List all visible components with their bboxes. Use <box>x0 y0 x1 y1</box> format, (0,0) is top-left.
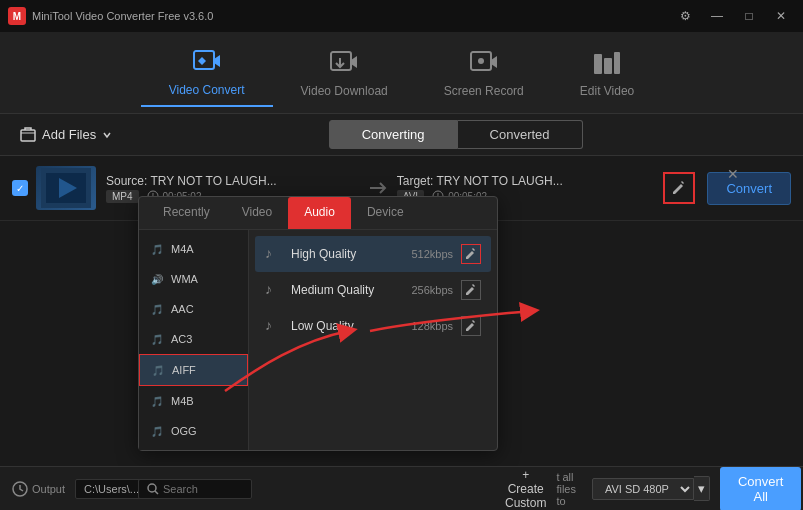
dropdown-tab-device[interactable]: Device <box>351 197 420 229</box>
nav-edit-video[interactable]: Edit Video <box>552 40 663 106</box>
clock-bottom-icon <box>12 481 28 497</box>
nav-video-download[interactable]: Video Download <box>273 40 416 106</box>
top-nav: Video Convert Video Download Screen Reco… <box>0 32 803 114</box>
target-format-dropdown-button[interactable]: ▾ <box>694 476 710 501</box>
file-target-label: Target: TRY NOT TO LAUGH... <box>397 174 652 188</box>
bottom-bar: Output + Create Custom t all files to AV… <box>0 466 803 510</box>
nav-screen-record-label: Screen Record <box>444 84 524 98</box>
add-files-button[interactable]: Add Files <box>12 123 120 147</box>
quality-high-icon: ♪ <box>265 245 283 263</box>
format-item-aiff[interactable]: 🎵 AIFF <box>139 354 248 386</box>
quality-medium-bitrate: 256kbps <box>411 284 453 296</box>
svg-rect-5 <box>604 58 612 74</box>
edit-icon-2 <box>465 284 477 296</box>
nav-video-convert-label: Video Convert <box>169 83 245 97</box>
edit-icon <box>465 248 477 260</box>
m4a-icon: 🎵 <box>149 241 165 257</box>
convert-all-button[interactable]: Convert All <box>720 467 802 511</box>
format-item-ac3[interactable]: 🎵 AC3 <box>139 324 248 354</box>
wma-icon: 🔊 <box>149 271 165 287</box>
nav-video-convert[interactable]: Video Convert <box>141 39 273 107</box>
nav-video-download-label: Video Download <box>301 84 388 98</box>
search-input[interactable] <box>163 483 243 495</box>
svg-rect-6 <box>614 52 620 74</box>
format-sidebar: 🎵 M4A 🔊 WMA 🎵 AAC 🎵 AC3 🎵 AIFF <box>139 230 249 450</box>
tab-group: Converting Converted <box>329 120 583 149</box>
dropdown-content: 🎵 M4A 🔊 WMA 🎵 AAC 🎵 AC3 🎵 AIFF <box>139 230 497 450</box>
dropdown-tab-video[interactable]: Video <box>226 197 288 229</box>
screen-record-icon <box>468 48 500 80</box>
svg-point-14 <box>148 484 156 492</box>
close-button[interactable]: ✕ <box>767 6 795 26</box>
dropdown-arrow-icon <box>102 130 112 140</box>
search-box <box>138 479 252 499</box>
quality-medium-edit-button[interactable] <box>461 280 481 300</box>
close-file-button[interactable]: ✕ <box>723 164 743 184</box>
change-target-button[interactable] <box>663 172 695 204</box>
quality-low-bitrate: 128kbps <box>411 320 453 332</box>
video-download-icon <box>328 48 360 80</box>
format-item-aac[interactable]: 🎵 AAC <box>139 294 248 324</box>
quality-low[interactable]: ♪ Low Quality 128kbps <box>255 308 491 344</box>
svg-point-3 <box>478 58 484 64</box>
target-format-select[interactable]: AVI SD 480P <box>592 478 694 500</box>
aiff-icon: 🎵 <box>150 362 166 378</box>
format-item-ogg[interactable]: 🎵 OGG <box>139 416 248 446</box>
add-files-icon <box>20 127 36 143</box>
quality-high-bitrate: 512kbps <box>411 248 453 260</box>
format-item-wma[interactable]: 🔊 WMA <box>139 264 248 294</box>
convert-button[interactable]: Convert <box>707 172 791 205</box>
dropdown-tab-recently[interactable]: Recently <box>147 197 226 229</box>
settings-button[interactable]: ⚙ <box>671 6 699 26</box>
minimize-button[interactable]: — <box>703 6 731 26</box>
arrow-right-icon <box>369 180 389 196</box>
svg-rect-7 <box>21 130 35 141</box>
title-bar-left: M MiniTool Video Converter Free v3.6.0 <box>8 7 213 25</box>
nav-edit-video-label: Edit Video <box>580 84 635 98</box>
source-format-badge: MP4 <box>106 190 139 203</box>
create-custom-button[interactable]: + Create Custom <box>505 468 546 510</box>
quality-medium[interactable]: ♪ Medium Quality 256kbps <box>255 272 491 308</box>
format-item-m4a[interactable]: 🎵 M4A <box>139 234 248 264</box>
search-icon <box>147 483 159 495</box>
dropdown-tab-audio[interactable]: Audio <box>288 197 351 229</box>
ogg-icon: 🎵 <box>149 423 165 439</box>
edit-video-icon <box>591 48 623 80</box>
edit-icon-3 <box>465 320 477 332</box>
video-convert-icon <box>191 47 223 79</box>
main-content: ✓ Source: TRY NOT TO LAUGH... MP4 00:05:… <box>0 156 803 466</box>
quality-medium-label: Medium Quality <box>291 283 403 297</box>
tab-converted[interactable]: Converted <box>458 120 583 149</box>
title-bar: M MiniTool Video Converter Free v3.6.0 ⚙… <box>0 0 803 32</box>
app-logo: M <box>8 7 26 25</box>
quality-high[interactable]: ♪ High Quality 512kbps <box>255 236 491 272</box>
quality-low-label: Low Quality <box>291 319 403 333</box>
aac-icon: 🎵 <box>149 301 165 317</box>
quality-high-edit-button[interactable] <box>461 244 481 264</box>
quality-list: ♪ High Quality 512kbps ♪ Medium Quality … <box>249 230 497 450</box>
svg-rect-4 <box>594 54 602 74</box>
edit-target-icon <box>671 180 687 196</box>
title-bar-controls: ⚙ — □ ✕ <box>671 6 795 26</box>
file-checkbox[interactable]: ✓ <box>12 180 28 196</box>
format-item-m4b[interactable]: 🎵 M4B <box>139 386 248 416</box>
toolbar: Add Files Converting Converted <box>0 114 803 156</box>
tab-converting[interactable]: Converting <box>329 120 458 149</box>
quality-low-edit-button[interactable] <box>461 316 481 336</box>
format-dropdown: Recently Video Audio Device 🎵 M4A 🔊 WMA … <box>138 196 498 451</box>
output-label: Output <box>12 481 65 497</box>
ac3-icon: 🎵 <box>149 331 165 347</box>
target-files-label: t all files to <box>556 471 576 507</box>
quality-medium-icon: ♪ <box>265 281 283 299</box>
m4b-icon: 🎵 <box>149 393 165 409</box>
file-source: Source: TRY NOT TO LAUGH... <box>106 174 361 188</box>
maximize-button[interactable]: □ <box>735 6 763 26</box>
file-thumbnail <box>36 166 96 210</box>
quality-high-label: High Quality <box>291 247 403 261</box>
dropdown-tabs: Recently Video Audio Device <box>139 197 497 230</box>
quality-low-icon: ♪ <box>265 317 283 335</box>
app-title: MiniTool Video Converter Free v3.6.0 <box>32 10 213 22</box>
nav-screen-record[interactable]: Screen Record <box>416 40 552 106</box>
